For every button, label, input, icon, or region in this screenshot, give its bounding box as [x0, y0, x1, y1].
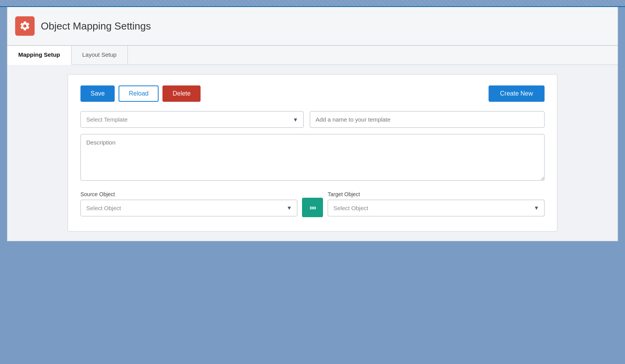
- reload-button[interactable]: Reload: [119, 85, 159, 102]
- object-mapping-row: Source Object Select Object ▼ »» Target …: [80, 190, 545, 217]
- content-area: Save Reload Delete Create New Select Tem…: [7, 65, 618, 241]
- background-area: [0, 241, 625, 364]
- select-template-dropdown[interactable]: Select Template: [80, 111, 304, 128]
- target-object-col: Target Object Select Object ▼: [328, 191, 545, 216]
- gear-icon: [19, 21, 30, 31]
- double-chevron-right-icon: »»: [309, 204, 316, 212]
- save-button[interactable]: Save: [80, 85, 115, 102]
- mapping-arrow-button[interactable]: »»: [302, 198, 323, 217]
- create-new-button[interactable]: Create New: [489, 85, 545, 102]
- app-icon: [15, 16, 35, 36]
- settings-card: Save Reload Delete Create New Select Tem…: [68, 74, 557, 232]
- source-object-wrapper: Select Object ▼: [80, 200, 297, 216]
- delete-button[interactable]: Delete: [162, 85, 201, 102]
- target-object-label: Target Object: [328, 191, 545, 197]
- template-row: Select Template ▼: [80, 111, 545, 128]
- target-object-wrapper: Select Object ▼: [328, 200, 545, 216]
- tab-layout-setup[interactable]: Layout Setup: [72, 46, 128, 64]
- source-object-dropdown[interactable]: Select Object: [80, 200, 297, 216]
- tab-mapping-setup[interactable]: Mapping Setup: [7, 46, 72, 65]
- page-title: Object Mapping Settings: [41, 20, 151, 32]
- top-decorative-bar: [0, 0, 625, 7]
- tabs-bar: Mapping Setup Layout Setup: [7, 46, 618, 65]
- description-textarea[interactable]: [80, 134, 545, 181]
- select-template-wrapper: Select Template ▼: [80, 111, 304, 128]
- toolbar-row: Save Reload Delete Create New: [80, 85, 545, 102]
- source-object-col: Source Object Select Object ▼: [80, 191, 297, 216]
- main-container: Object Mapping Settings Mapping Setup La…: [7, 7, 618, 241]
- target-object-dropdown[interactable]: Select Object: [328, 200, 545, 216]
- template-name-input[interactable]: [310, 111, 545, 128]
- toolbar-left: Save Reload Delete: [80, 85, 201, 102]
- app-header: Object Mapping Settings: [7, 7, 618, 46]
- source-object-label: Source Object: [80, 191, 297, 197]
